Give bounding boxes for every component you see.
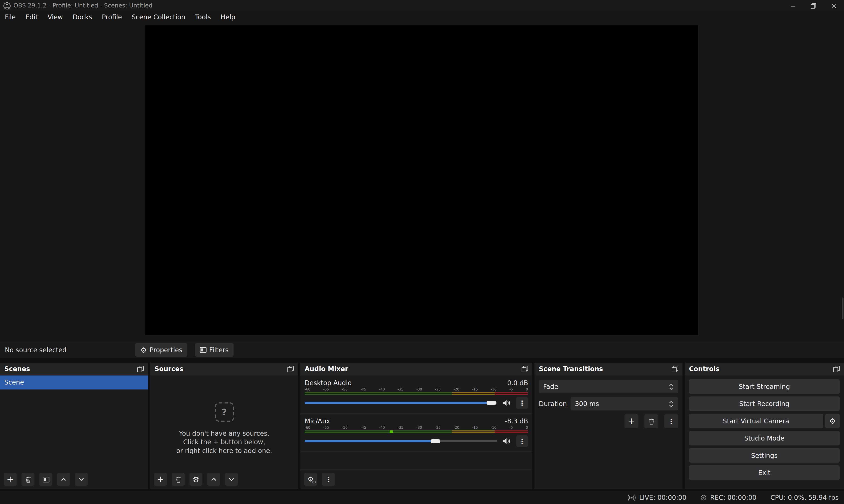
chevron-up-icon xyxy=(60,477,67,482)
channel-volume-db: -8.3 dB xyxy=(505,417,528,425)
move-source-down-button[interactable] xyxy=(225,473,238,486)
studio-mode-button[interactable]: Studio Mode xyxy=(689,431,840,445)
mixer-menu-button[interactable]: ⋮ xyxy=(322,473,335,486)
sources-empty-line: or right click here to add one. xyxy=(176,447,272,455)
audio-mixer-body: Desktop Audio 0.0 dB -60-55-50-45-40-35-… xyxy=(300,376,532,469)
meter-tick: -40 xyxy=(379,388,385,392)
chevron-down-icon xyxy=(228,477,235,482)
minimize-button[interactable] xyxy=(783,0,803,11)
meter-tick: -15 xyxy=(472,426,478,430)
controls-panel: Controls Start Streaming Start Recording… xyxy=(685,363,844,489)
popout-icon[interactable] xyxy=(522,366,528,372)
cpu-fps-text: CPU: 0.0%, 59.94 fps xyxy=(770,494,839,501)
virtual-camera-settings-button[interactable]: ⚙ xyxy=(825,414,840,428)
sources-toolbar: + ⚙ xyxy=(150,470,298,489)
plus-icon: + xyxy=(157,475,164,483)
scene-transitions-body: Fade Duration 300 ms xyxy=(534,376,683,489)
kebab-icon: ⋮ xyxy=(518,438,526,445)
meter-tick: -55 xyxy=(323,388,329,392)
exit-button[interactable]: Exit xyxy=(689,465,840,480)
scene-transitions-title: Scene Transitions xyxy=(539,365,603,373)
volume-slider[interactable] xyxy=(304,437,497,445)
source-properties-button[interactable]: ⚙ xyxy=(189,473,203,486)
meter-tick: -45 xyxy=(361,426,366,430)
start-streaming-button[interactable]: Start Streaming xyxy=(689,379,840,394)
move-scene-up-button[interactable] xyxy=(57,473,70,486)
menu-item[interactable]: Docks xyxy=(68,12,97,23)
meter-tick: -30 xyxy=(417,388,422,392)
add-source-button[interactable]: + xyxy=(154,473,167,486)
move-scene-down-button[interactable] xyxy=(75,473,88,486)
duration-label: Duration xyxy=(539,400,567,407)
filters-label: Filters xyxy=(209,346,229,354)
menu-item[interactable]: Help xyxy=(216,12,240,23)
add-scene-button[interactable]: + xyxy=(4,473,17,486)
slider-handle[interactable] xyxy=(431,439,441,444)
status-bar: LIVE: 00:00:00 REC: 00:00:00 CPU: 0.0%, … xyxy=(0,490,844,504)
start-recording-button[interactable]: Start Recording xyxy=(689,396,840,411)
spinner-arrows-icon[interactable] xyxy=(666,400,678,407)
preview-canvas[interactable] xyxy=(145,25,698,335)
meter-tick: -30 xyxy=(417,426,422,430)
kebab-icon: ⋮ xyxy=(325,476,332,483)
meter-tick: -25 xyxy=(435,426,441,430)
remove-transition-button[interactable] xyxy=(644,414,658,428)
remove-scene-button[interactable] xyxy=(21,473,35,486)
advanced-audio-properties-button[interactable]: ⚙ ⚙ xyxy=(304,473,317,486)
transition-properties-button[interactable]: ⋮ xyxy=(664,414,678,428)
scene-filters-button[interactable] xyxy=(39,473,52,486)
speaker-icon[interactable] xyxy=(502,437,511,445)
meter-tick: -20 xyxy=(454,388,459,392)
meter-tick: -60 xyxy=(304,388,310,392)
popout-icon[interactable] xyxy=(833,366,840,372)
popout-icon[interactable] xyxy=(672,366,678,372)
remove-source-button[interactable] xyxy=(172,473,184,486)
menu-item[interactable]: Edit xyxy=(20,12,42,23)
slider-fill xyxy=(304,402,492,404)
start-virtual-camera-button[interactable]: Start Virtual Camera xyxy=(689,414,823,428)
menu-item[interactable]: View xyxy=(42,12,68,23)
meter-tick: -45 xyxy=(361,388,366,392)
menu-item[interactable]: File xyxy=(0,12,20,23)
rec-time: REC: 00:00:00 xyxy=(710,494,757,501)
trash-icon xyxy=(175,476,182,483)
filter-icon xyxy=(42,476,49,483)
kebab-icon: ⋮ xyxy=(668,418,675,425)
filters-button[interactable]: Filters xyxy=(195,343,233,357)
scrollbar[interactable] xyxy=(842,298,843,319)
scenes-panel-title: Scenes xyxy=(4,365,30,373)
menu-item[interactable]: Profile xyxy=(97,12,127,23)
live-status: LIVE: 00:00:00 xyxy=(627,494,686,501)
gear-icon: ⚙ xyxy=(829,417,836,425)
sources-empty-area[interactable]: ? You don't have any sources. Click the … xyxy=(150,376,298,470)
spinner-arrows-icon[interactable] xyxy=(666,383,678,390)
gear-icon: ⚙ xyxy=(140,346,147,354)
popout-icon[interactable] xyxy=(287,366,294,372)
scene-list-item[interactable]: Scene xyxy=(0,376,148,390)
menu-bar: FileEditViewDocksProfileScene Collection… xyxy=(0,11,844,23)
channel-menu-button[interactable]: ⋮ xyxy=(516,397,528,409)
close-button[interactable] xyxy=(824,0,844,11)
properties-button[interactable]: ⚙ Properties xyxy=(135,343,187,357)
meter-tick: -5 xyxy=(509,426,513,430)
source-toolbar: No source selected ⚙ Properties Filters xyxy=(0,341,844,358)
popout-icon[interactable] xyxy=(137,366,144,372)
transition-select[interactable]: Fade xyxy=(539,380,678,393)
move-source-up-button[interactable] xyxy=(207,473,220,486)
menu-item[interactable]: Tools xyxy=(190,12,216,23)
gear-icon: ⚙ xyxy=(193,475,199,483)
channel-menu-button[interactable]: ⋮ xyxy=(516,435,528,447)
add-transition-button[interactable]: + xyxy=(625,414,638,428)
settings-button[interactable]: Settings xyxy=(689,448,840,463)
scene-item-label: Scene xyxy=(4,379,24,386)
speaker-icon[interactable] xyxy=(502,399,511,407)
meter-tick: -15 xyxy=(472,388,478,392)
transition-value: Fade xyxy=(543,383,558,390)
volume-slider[interactable] xyxy=(304,399,497,407)
menu-item[interactable]: Scene Collection xyxy=(127,12,190,23)
channel-name: Mic/Aux xyxy=(304,417,330,425)
restore-button[interactable] xyxy=(803,0,824,11)
broadcast-icon xyxy=(627,494,636,501)
slider-handle[interactable] xyxy=(487,401,496,405)
duration-input[interactable]: 300 ms xyxy=(570,397,678,411)
